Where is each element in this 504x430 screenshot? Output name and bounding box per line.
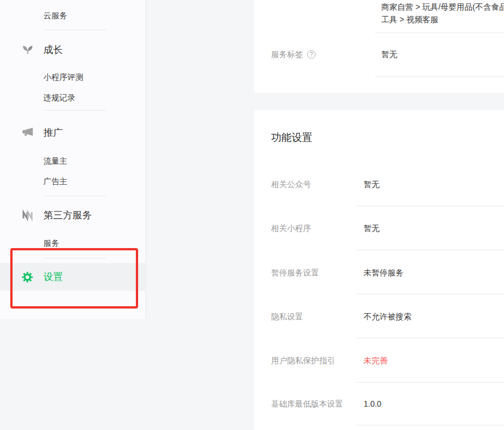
sidebar-item-label: 成长 — [43, 43, 63, 56]
field-label-text: 服务类目 — [271, 0, 303, 1]
app-root: { "colors": { "accent-green": "#07c160",… — [0, 0, 504, 430]
category-line-1: 商家自营 > 玩具/母婴用品(不含食品 — [381, 1, 504, 13]
row-divider — [357, 206, 504, 206]
megaphone-icon — [22, 127, 34, 139]
field-value-related-official-account: 暂无 — [364, 179, 380, 190]
field-value-pause-service: 未暂停服务 — [364, 267, 404, 278]
field-label-related-mini-program: 相关小程序 — [271, 222, 311, 234]
field-value-privacy-setting: 不允许被搜索 — [364, 311, 412, 322]
sidebar-item-label: 设置 — [43, 270, 63, 283]
field-label-user-privacy-guideline: 用户隐私保护指引 — [271, 355, 335, 366]
field-value-service-category: 商家自营 > 玩具/母婴用品(不含食品 工具 > 视频客服 — [381, 1, 504, 26]
help-icon[interactable]: ? — [307, 50, 316, 59]
sidebar-item-services[interactable]: 服务 — [43, 237, 59, 249]
gear-icon — [22, 271, 33, 283]
field-value-user-privacy-guideline: 未完善 — [364, 355, 388, 366]
sidebar: 云服务 成长 小程序评测 违规记录 推广 流量主 广告主 — [0, 0, 146, 319]
sidebar-item-promotion[interactable]: 推广 — [22, 125, 63, 140]
service-info-card: 服务类目 商家自营 > 玩具/母婴用品(不含食品 工具 > 视频客服 服务标签 … — [254, 0, 504, 93]
sidebar-item-label: 第三方服务 — [43, 209, 92, 222]
field-label-pause-service: 暂停服务设置 — [271, 267, 319, 278]
sidebar-item-label: 流量主 — [43, 156, 67, 165]
sidebar-item-third-party-services[interactable]: 第三方服务 — [22, 208, 92, 222]
sidebar-item-cloud-service[interactable]: 云服务 — [43, 10, 67, 21]
field-label-privacy-setting: 隐私设置 — [271, 311, 303, 322]
sidebar-divider — [43, 30, 106, 30]
field-value-related-mini-program: 暂无 — [364, 222, 380, 234]
sidebar-item-mini-program-evaluation[interactable]: 小程序评测 — [43, 71, 83, 83]
sidebar-item-growth[interactable]: 成长 — [22, 42, 63, 57]
row-divider — [357, 382, 504, 383]
sidebar-item-traffic-monetization[interactable]: 流量主 — [43, 155, 67, 167]
sidebar-item-label: 推广 — [43, 126, 63, 139]
row-divider — [357, 425, 504, 425]
sidebar-divider — [43, 110, 106, 111]
field-value-min-base-library-version: 1.0.0 — [364, 398, 381, 409]
sidebar-item-label: 违规记录 — [43, 93, 75, 102]
field-label-service-tags: 服务标签 ? — [271, 48, 316, 60]
sidebar-divider — [43, 258, 106, 258]
function-settings-card: 功能设置 相关公众号 暂无 相关小程序 暂无 暂停服务设置 未暂停服务 隐私设置… — [254, 110, 504, 430]
row-divider — [357, 294, 504, 294]
sidebar-item-label: 小程序评测 — [43, 72, 83, 82]
category-line-2: 工具 > 视频客服 — [381, 13, 504, 26]
field-value-service-tags: 暂无 — [381, 48, 397, 60]
sidebar-item-violation-records[interactable]: 违规记录 — [43, 92, 75, 103]
field-label-min-base-library-version: 基础库最低版本设置 — [271, 398, 343, 409]
third-party-icon — [22, 209, 34, 221]
row-divider — [357, 338, 504, 338]
sidebar-divider — [43, 196, 106, 196]
field-label-service-category: 服务类目 — [271, 0, 303, 1]
row-divider — [375, 33, 504, 33]
field-label-related-official-account: 相关公众号 — [271, 179, 311, 190]
sprout-icon — [22, 44, 34, 56]
sidebar-item-advertiser[interactable]: 广告主 — [43, 176, 67, 187]
row-divider — [357, 250, 504, 250]
field-label-text: 服务标签 — [271, 48, 303, 60]
sidebar-item-settings[interactable]: 设置 — [0, 263, 146, 291]
sidebar-item-label: 云服务 — [43, 11, 67, 20]
row-divider — [375, 76, 504, 77]
sidebar-item-label: 广告主 — [43, 177, 67, 186]
card-title: 功能设置 — [271, 131, 312, 144]
sidebar-item-label: 服务 — [43, 238, 59, 248]
